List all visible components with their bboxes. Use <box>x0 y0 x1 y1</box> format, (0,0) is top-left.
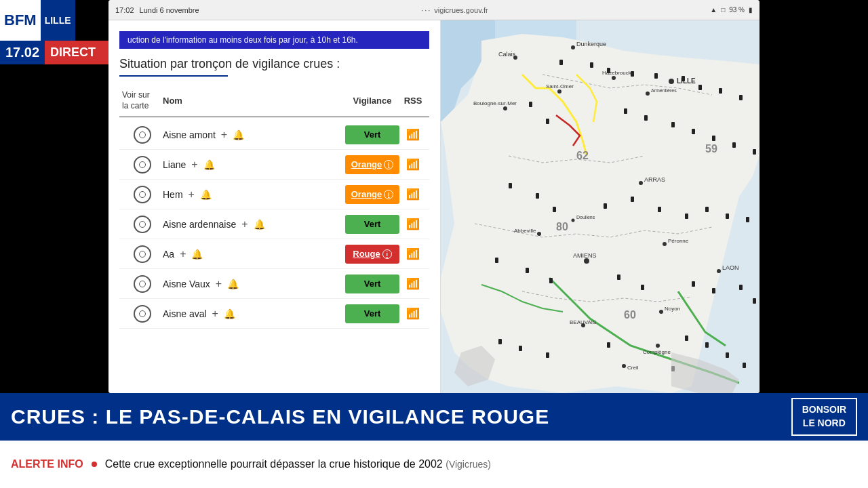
svg-rect-47 <box>739 95 743 100</box>
col-nom: Nom <box>163 96 345 106</box>
svg-rect-70 <box>617 274 620 280</box>
table-row: Aisne amont + 🔔 Vert 📶 <box>119 120 429 150</box>
row-map-icon-1[interactable] <box>122 156 163 174</box>
alerte-source: (Vigicrues) <box>446 459 491 470</box>
svg-point-13 <box>646 92 650 96</box>
row-map-icon-3[interactable] <box>122 216 163 233</box>
bfm-overlay: BFM LILLE 17.02 DIRECT <box>0 0 108 75</box>
bfm-logo: BFM <box>0 0 41 41</box>
info-icon-1[interactable]: i <box>384 160 393 169</box>
svg-rect-42 <box>631 71 634 77</box>
table-row: Hem + 🔔 Orange i 📶 <box>119 180 429 209</box>
svg-rect-69 <box>549 278 553 283</box>
bonsoir-line2: LE NORD <box>802 417 846 430</box>
svg-point-21 <box>537 232 541 236</box>
svg-rect-43 <box>654 73 658 79</box>
add-icon-0[interactable]: + <box>221 129 227 141</box>
url-text: vigicrues.gouv.fr <box>434 6 488 14</box>
svg-rect-54 <box>712 136 715 141</box>
panel-title: Situation par tronçon de vigilance crues… <box>119 57 429 71</box>
map-svg: Dunkerque Calais Boulogne-sur-Mer Saint-… <box>441 20 760 393</box>
svg-text:Armentières: Armentières <box>651 88 677 93</box>
tablet-top-bar: 17:02 Lundi 6 novembre ··· vigicrues.gou… <box>108 0 760 20</box>
row-name-0: Aisne amont + 🔔 <box>163 129 345 141</box>
svg-text:Péronne: Péronne <box>668 238 689 244</box>
svg-text:Abbeville: Abbeville <box>514 228 536 234</box>
bell-icon-1[interactable]: 🔔 <box>203 159 215 170</box>
add-icon-4[interactable]: + <box>180 248 186 260</box>
svg-point-23 <box>572 219 575 222</box>
svg-rect-67 <box>495 258 498 263</box>
svg-rect-66 <box>746 217 749 222</box>
time-date: 17:02 Lundi 6 novembre <box>115 6 199 14</box>
svg-text:LAON: LAON <box>722 264 739 271</box>
svg-text:Dunkerque: Dunkerque <box>576 41 606 47</box>
tablet-frame: 17:02 Lundi 6 novembre ··· vigicrues.gou… <box>108 0 760 393</box>
row-name-1: Liane + 🔔 <box>163 159 345 171</box>
rss-icon-0[interactable]: 📶 <box>399 128 427 141</box>
row-map-icon-4[interactable] <box>122 245 163 263</box>
table-header: Voir surla carte Nom Vigilance RSS <box>119 85 429 117</box>
svg-rect-79 <box>607 342 610 348</box>
bell-icon-2[interactable]: 🔔 <box>200 189 212 200</box>
svg-rect-60 <box>604 203 607 209</box>
add-icon-2[interactable]: + <box>189 188 195 201</box>
row-map-icon-0[interactable] <box>122 126 163 144</box>
info-icon-4[interactable]: i <box>382 249 392 259</box>
row-name-6: Aisne aval + 🔔 <box>163 308 345 320</box>
svg-rect-44 <box>682 76 685 81</box>
bell-icon-5[interactable]: 🔔 <box>227 279 239 289</box>
add-icon-3[interactable]: + <box>241 218 248 230</box>
svg-text:59: 59 <box>705 143 717 155</box>
svg-rect-58 <box>536 193 539 199</box>
add-icon-1[interactable]: + <box>191 159 197 171</box>
battery-text: 93 % <box>729 6 745 14</box>
svg-rect-63 <box>685 214 688 219</box>
svg-rect-46 <box>719 88 722 94</box>
rss-icon-4[interactable]: 📶 <box>399 247 427 260</box>
svg-text:LILLE: LILLE <box>677 77 696 85</box>
svg-rect-80 <box>685 336 688 341</box>
svg-rect-62 <box>658 207 661 212</box>
svg-point-35 <box>717 269 721 273</box>
rss-icon-6[interactable]: 📶 <box>399 307 427 320</box>
rss-icon-1[interactable]: 📶 <box>399 158 427 171</box>
svg-rect-61 <box>631 197 634 202</box>
rss-icon-3[interactable]: 📶 <box>399 218 427 230</box>
tablet-content: uction de l'information au moins deux fo… <box>108 20 760 393</box>
row-name-5: Aisne Vaux + 🔔 <box>163 278 345 290</box>
panel-title-underline <box>119 75 228 77</box>
info-icon-2[interactable]: i <box>384 190 393 199</box>
row-map-icon-2[interactable] <box>122 186 163 203</box>
vigilance-badge-5: Vert <box>345 274 399 293</box>
add-icon-6[interactable]: + <box>212 308 218 320</box>
svg-point-25 <box>584 258 589 264</box>
row-map-icon-5[interactable] <box>122 275 163 293</box>
svg-text:80: 80 <box>556 221 568 232</box>
svg-rect-83 <box>743 363 746 368</box>
rss-icon-2[interactable]: 📶 <box>399 188 427 201</box>
svg-point-5 <box>503 106 507 110</box>
svg-rect-39 <box>559 60 563 65</box>
svg-rect-75 <box>753 298 756 304</box>
row-map-icon-6[interactable] <box>122 305 163 323</box>
bell-icon-4[interactable]: 🔔 <box>191 249 203 260</box>
svg-rect-81 <box>705 342 709 348</box>
svg-rect-53 <box>692 129 695 134</box>
svg-rect-73 <box>712 288 715 293</box>
row-name-2: Hem + 🔔 <box>163 188 345 201</box>
map-panel[interactable]: Dunkerque Calais Boulogne-sur-Mer Saint-… <box>441 20 760 393</box>
svg-text:Doullens: Doullens <box>576 215 595 220</box>
svg-point-7 <box>557 89 561 94</box>
url-dots: ··· <box>421 6 431 14</box>
add-icon-5[interactable]: + <box>216 278 222 290</box>
svg-rect-82 <box>726 352 729 358</box>
table-row: Liane + 🔔 Orange i 📶 <box>119 150 429 180</box>
url-bar[interactable]: ··· vigicrues.gouv.fr <box>421 6 488 14</box>
svg-rect-45 <box>698 85 702 90</box>
bell-icon-3[interactable]: 🔔 <box>254 219 265 230</box>
rss-icon-5[interactable]: 📶 <box>399 277 427 290</box>
bell-icon-6[interactable]: 🔔 <box>224 308 235 319</box>
bell-icon-0[interactable]: 🔔 <box>233 129 244 140</box>
svg-rect-41 <box>607 68 610 73</box>
